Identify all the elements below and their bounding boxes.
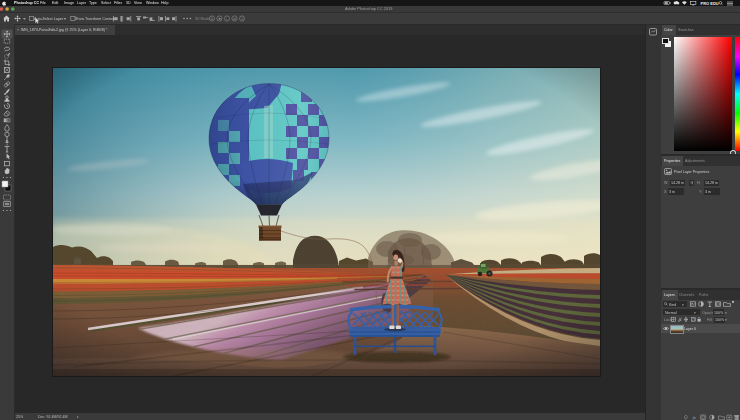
svg-text:23: 23 <box>692 317 696 321</box>
svg-text:fx: fx <box>693 415 696 420</box>
svg-text:↻: ↻ <box>211 17 214 21</box>
svg-text:☉: ☉ <box>241 17 244 21</box>
svg-text:PRO EDU: PRO EDU <box>701 1 719 6</box>
svg-text:⇄: ⇄ <box>233 17 236 21</box>
svg-text:✥: ✥ <box>218 17 221 21</box>
svg-text:↕: ↕ <box>226 17 228 21</box>
